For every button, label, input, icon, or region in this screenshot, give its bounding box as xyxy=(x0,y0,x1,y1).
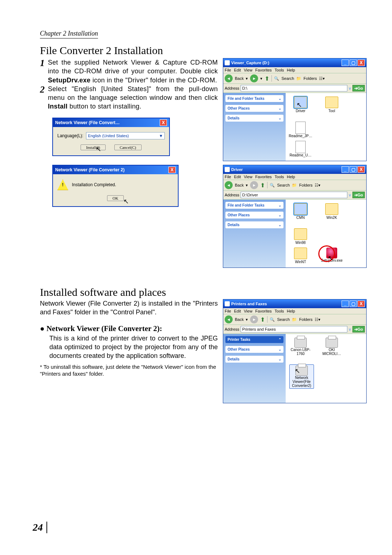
address-dropdown-icon[interactable]: v xyxy=(349,193,351,197)
back-label[interactable]: Back xyxy=(235,76,244,81)
collapse-icon[interactable]: ⌄ xyxy=(278,347,281,351)
search-label[interactable]: Search xyxy=(281,76,294,81)
folders-label[interactable]: Folders xyxy=(299,183,313,187)
menu-file[interactable]: File xyxy=(225,68,231,72)
search-label[interactable]: Search xyxy=(277,183,290,187)
printer-canon[interactable]: Canon LBP-1760 xyxy=(289,338,312,356)
back-label[interactable]: Back xyxy=(235,183,244,187)
up-icon[interactable]: ⬆ xyxy=(260,316,265,323)
folder-tool[interactable]: Tool xyxy=(320,97,343,113)
back-icon[interactable]: ◄ xyxy=(225,74,233,82)
go-button[interactable]: ➔ Go xyxy=(352,192,365,198)
folders-icon[interactable]: 📁 xyxy=(296,76,301,81)
maximize-icon[interactable]: ▢ xyxy=(350,60,357,66)
file-setupdrv-exe[interactable]: SetupDrv.exe ↖ xyxy=(320,248,343,264)
go-button[interactable]: ➔ Go xyxy=(352,85,365,91)
back-label[interactable]: Back xyxy=(235,317,244,322)
collapse-icon[interactable]: ⌄ xyxy=(278,203,281,207)
sidebar-details[interactable]: Details xyxy=(228,116,240,120)
menu-file[interactable]: File xyxy=(225,309,231,313)
sidebar-other-places[interactable]: Other Places xyxy=(228,106,250,110)
sidebar-file-tasks[interactable]: File and Folder Tasks xyxy=(228,97,265,101)
search-icon[interactable]: 🔍 xyxy=(270,183,275,188)
search-icon[interactable]: 🔍 xyxy=(274,76,279,81)
collapse-icon[interactable]: ⌄ xyxy=(278,97,281,101)
menu-help[interactable]: Help xyxy=(287,309,295,313)
close-icon[interactable]: X xyxy=(358,166,365,173)
printer-network-viewer[interactable]: Network Viewer(File Converter2) ↖ xyxy=(289,364,314,389)
cancel-button[interactable]: Cancel(C) xyxy=(114,144,142,150)
close-icon[interactable]: X xyxy=(358,60,365,66)
ok-button[interactable]: OK xyxy=(107,195,124,201)
folders-icon[interactable]: 📁 xyxy=(292,317,297,322)
address-input[interactable] xyxy=(241,85,347,91)
collapse-icon[interactable]: ⌃ xyxy=(278,338,281,342)
menu-edit[interactable]: Edit xyxy=(234,68,241,72)
address-dropdown-icon[interactable]: v xyxy=(349,86,351,90)
collapse-icon[interactable]: ⌄ xyxy=(278,106,281,110)
address-input[interactable] xyxy=(241,192,347,198)
explorer-window-printers: Printers and Faxes _ ▢ X File Edit View … xyxy=(223,299,367,403)
close-icon[interactable]: X xyxy=(168,167,176,173)
minimize-icon[interactable]: _ xyxy=(342,60,349,66)
file-readme-u[interactable]: Readme_U… xyxy=(289,141,312,157)
menu-file[interactable]: File xyxy=(225,175,231,179)
folder-driver[interactable]: Driver xyxy=(289,97,312,113)
folders-icon[interactable]: 📁 xyxy=(292,183,297,188)
menu-favorites[interactable]: Favorites xyxy=(255,175,271,179)
close-icon[interactable]: X xyxy=(358,301,365,307)
step-2-text: Select "English [United States]" from th… xyxy=(48,85,218,111)
file-readme-jp[interactable]: Readme_JP… xyxy=(289,122,312,138)
search-icon[interactable]: 🔍 xyxy=(270,317,275,322)
up-icon[interactable]: ⬆ xyxy=(260,182,265,189)
maximize-icon[interactable]: ▢ xyxy=(350,166,357,173)
views-icon[interactable]: ☷▾ xyxy=(315,317,320,322)
menu-favorites[interactable]: Favorites xyxy=(255,68,271,72)
collapse-icon[interactable]: ⌄ xyxy=(278,116,281,120)
folders-label[interactable]: Folders xyxy=(299,317,313,322)
folder-win2k[interactable]: Win2K xyxy=(320,203,343,220)
maximize-icon[interactable]: ▢ xyxy=(350,301,357,307)
back-icon[interactable]: ◄ xyxy=(225,181,233,189)
minimize-icon[interactable]: _ xyxy=(342,166,349,173)
menu-edit[interactable]: Edit xyxy=(234,309,241,313)
sidebar-details[interactable]: Details xyxy=(228,223,240,227)
sidebar-printer-tasks[interactable]: Printer Tasks xyxy=(228,338,250,342)
folder-win98[interactable]: Win98 xyxy=(289,228,312,245)
collapse-icon[interactable]: ⌄ xyxy=(278,357,281,361)
sidebar-other-places[interactable]: Other Places xyxy=(228,347,250,351)
back-icon[interactable]: ◄ xyxy=(225,315,233,323)
install-button[interactable]: Install(I) xyxy=(81,144,105,150)
sidebar-details[interactable]: Details xyxy=(228,357,240,361)
minimize-icon[interactable]: _ xyxy=(342,301,349,307)
collapse-icon[interactable]: ⌄ xyxy=(278,223,281,227)
folder-cmn[interactable]: CMN xyxy=(289,203,312,220)
folder-winnt[interactable]: WinNT xyxy=(289,248,312,264)
menu-view[interactable]: View xyxy=(244,309,253,313)
language-select[interactable]: English (United States) ▼ xyxy=(86,132,165,139)
close-icon[interactable]: X xyxy=(160,119,167,126)
menu-view[interactable]: View xyxy=(244,68,253,72)
folders-label[interactable]: Folders xyxy=(303,76,317,81)
views-icon[interactable]: ☷▾ xyxy=(319,76,325,81)
menu-edit[interactable]: Edit xyxy=(234,175,241,179)
menu-help[interactable]: Help xyxy=(287,175,295,179)
menu-view[interactable]: View xyxy=(244,175,253,179)
up-icon[interactable]: ⬆ xyxy=(265,75,269,82)
menu-tools[interactable]: Tools xyxy=(275,309,284,313)
forward-icon[interactable]: ► xyxy=(250,74,258,82)
menu-favorites[interactable]: Favorites xyxy=(255,309,271,313)
menu-help[interactable]: Help xyxy=(287,68,295,72)
printer-oki[interactable]: OKI MICROLI… xyxy=(320,338,343,356)
address-dropdown-icon[interactable]: v xyxy=(349,327,351,331)
go-button[interactable]: ➔ Go xyxy=(352,326,365,332)
menu-tools[interactable]: Tools xyxy=(275,68,284,72)
search-label[interactable]: Search xyxy=(277,317,290,322)
sidebar-file-tasks[interactable]: File and Folder Tasks xyxy=(228,203,265,207)
chevron-down-icon[interactable]: ▼ xyxy=(159,134,163,138)
sidebar-other-places[interactable]: Other Places xyxy=(228,213,250,217)
address-input[interactable] xyxy=(241,326,347,332)
views-icon[interactable]: ☷▾ xyxy=(315,183,320,188)
collapse-icon[interactable]: ⌄ xyxy=(278,213,281,217)
menu-tools[interactable]: Tools xyxy=(275,175,284,179)
